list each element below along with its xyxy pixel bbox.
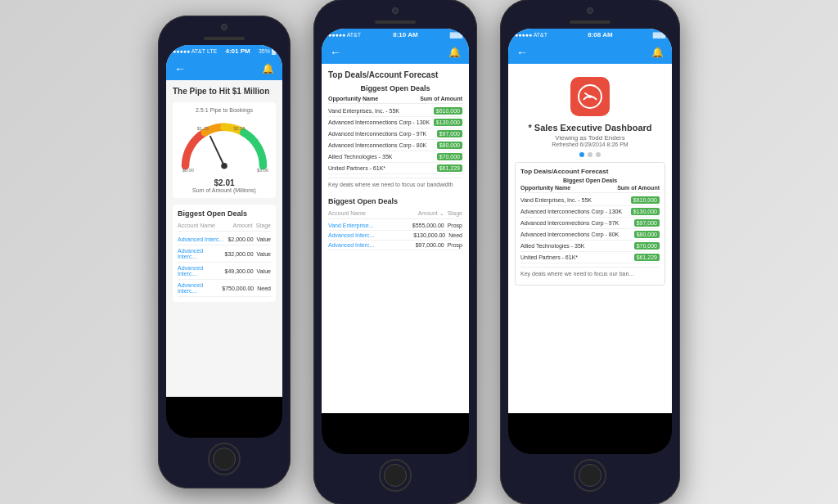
content-3: * Sales Executive Dashboard Viewing as T… <box>508 64 672 413</box>
table-row: Advanced Interc... $2,000.00 Value <box>178 234 271 245</box>
row-name[interactable]: Advanced Interc... <box>178 248 222 259</box>
svg-text:$0.00: $0.00 <box>182 168 194 173</box>
col-amount: Amount <box>233 223 253 228</box>
row-name[interactable]: Advanced Interc... <box>178 236 224 242</box>
gauge-label: Sum of Amount (Millions) <box>178 187 271 193</box>
deal-row: Advanced Interconnections Corp - 130K $1… <box>328 117 462 128</box>
bottom-row: Vand Enterprise... $555,000.00 Prosp <box>328 221 462 231</box>
svg-text:$2.55: $2.55 <box>233 126 245 131</box>
svg-point-8 <box>588 95 592 98</box>
dot-1[interactable] <box>588 152 592 157</box>
battery-2: ▓▓▓ <box>450 32 462 38</box>
col-account: Account Name <box>178 223 230 228</box>
bottom-title-2: Biggest Open Deals <box>328 197 462 205</box>
deal-row: Advanced Interconnections Corp - 80K $80… <box>328 140 462 151</box>
key-deals-note-3: Key deals where we need to focus our ban… <box>520 267 660 280</box>
col-stg: Stage <box>448 210 462 217</box>
bottom-section-2: Biggest Open Deals Account Name Amount ⌄… <box>328 197 462 250</box>
deal-row-3: Advanced Interconnections Corp - 80K $80… <box>520 229 660 241</box>
d3-amount: $80,000 <box>634 231 660 238</box>
table-row: Advanced Interc... $32,000.00 Value <box>178 245 271 263</box>
home-button-2[interactable] <box>379 459 412 492</box>
deals-title-1: Biggest Open Deals <box>178 209 271 218</box>
time-1: 4:01 PM <box>225 47 250 55</box>
col-acct: Account Name <box>328 210 415 217</box>
row-stage: Value <box>257 268 271 274</box>
nav-bar-3: ← 🔔 <box>508 41 672 64</box>
row-name[interactable]: Advanced Interc... <box>178 265 222 277</box>
row-amount: $2,000.00 <box>228 236 253 242</box>
b-name[interactable]: Vand Enterprise... <box>328 223 409 228</box>
deal-row-3: Allied Technologies - 35K $70,000 <box>520 241 660 252</box>
back-button-1[interactable]: ← <box>174 62 186 75</box>
deal-row-3: Advanced Interconnections Corp - 97K $97… <box>520 218 660 229</box>
col-sum-2: Sum of Amount <box>420 96 462 101</box>
dot-2[interactable] <box>596 152 601 157</box>
row-stage: Need <box>257 286 271 291</box>
phone-2: ●●●●● AT&T 8:10 AM ▓▓▓ ← 🔔 Top Deals/Acc… <box>313 0 477 504</box>
p3-card-title: Top Deals/Account Forecast <box>520 168 660 175</box>
deal-row: Advanced Interconnections Corp - 97K $97… <box>328 128 462 140</box>
svg-text:$3.00: $3.00 <box>257 168 268 173</box>
deal-amount: $610,000 <box>434 107 462 115</box>
nav-bar-2: ← 🔔 <box>322 41 469 64</box>
svg-line-0 <box>210 137 224 166</box>
time-3: 8:08 AM <box>588 31 612 38</box>
b-name[interactable]: Advanced Interc... <box>328 242 412 248</box>
viewing-as: Viewing as Todd Enders <box>515 134 665 142</box>
deal-amount: $61,229 <box>437 164 462 172</box>
carrier-2: ●●●●● AT&T <box>328 32 361 38</box>
table-row: Advanced Interc... $750,000.00 Need <box>178 280 271 297</box>
d3-name: Advanced Interconnections Corp - 130K <box>520 209 631 214</box>
table-row: Advanced Interc... $49,300.00 Value <box>178 263 271 280</box>
pipe-title: The Pipe to Hit $1 Million <box>173 87 276 96</box>
deal-name: United Partners - 61K* <box>328 165 437 171</box>
bottom-header-2: Account Name Amount ⌄ Stage <box>328 210 462 219</box>
deal-row: Allied Technologies - 35K $70,000 <box>328 151 462 163</box>
back-button-3[interactable]: ← <box>516 46 528 59</box>
deal-name: Advanced Interconnections Corp - 97K <box>328 131 437 137</box>
key-deals-note-2: Key deals where we need to focus our ban… <box>328 178 462 191</box>
d3-name: Advanced Interconnections Corp - 80K <box>520 232 634 237</box>
b-name[interactable]: Advanced Interc... <box>328 232 410 238</box>
b-stage: Prosp <box>448 242 462 248</box>
p3-big-title: Biggest Open Deals <box>520 178 660 183</box>
col-stage: Stage <box>256 223 271 228</box>
phone-3: ●●●●● AT&T 8:08 AM ▓▓▓ ← 🔔 <box>500 0 680 504</box>
battery-1: 35% ▓ <box>259 48 276 54</box>
status-bar-1: ●●●●● AT&T LTE 4:01 PM 35% ▓ <box>166 45 282 57</box>
deal-amount: $97,000 <box>437 130 462 137</box>
deal-amount: $70,000 <box>437 153 462 160</box>
row-name[interactable]: Advanced Interc... <box>178 282 219 294</box>
svg-point-1 <box>221 163 228 169</box>
deal-row-3: United Partners - 61K* $61,229 <box>520 252 660 263</box>
home-button-1[interactable] <box>208 443 241 475</box>
d3-amount: $61,229 <box>634 254 660 261</box>
back-button-2[interactable]: ← <box>330 46 341 59</box>
b-stage: Need <box>448 232 462 238</box>
dashboard-title: * Sales Executive Dashboard <box>515 123 665 133</box>
deals-section-1: Biggest Open Deals Account Name Amount S… <box>173 205 276 302</box>
home-button-3[interactable] <box>574 459 606 492</box>
b-amount: $555,000.00 <box>412 223 444 228</box>
deal-amount: $80,000 <box>437 142 462 149</box>
speaker-3 <box>570 20 610 24</box>
carrier-1: ●●●●● AT&T LTE <box>173 48 217 54</box>
bell-icon-3[interactable]: 🔔 <box>651 47 664 58</box>
bell-icon-2[interactable]: 🔔 <box>448 47 461 58</box>
content-2: Top Deals/Account Forecast Biggest Open … <box>322 64 469 413</box>
sort-icon[interactable]: ⌄ <box>439 210 444 216</box>
front-camera-2 <box>392 7 399 14</box>
scene: ●●●●● AT&T LTE 4:01 PM 35% ▓ ← 🔔 The Pip… <box>0 0 838 504</box>
front-camera <box>221 24 228 30</box>
dashboard-icon <box>570 77 610 116</box>
dot-active[interactable] <box>579 152 584 157</box>
gauge-svg: $0.00 $1.25 $2.55 $3.00 <box>178 118 271 175</box>
deal-row-3: Advanced Interconnections Corp - 130K $1… <box>520 206 660 218</box>
deal-amount: $130,000 <box>434 119 462 126</box>
d3-amount: $130,000 <box>631 208 660 215</box>
gauge-subtitle: 2.5:1 Pipe to Bookings <box>178 107 271 113</box>
bell-icon-1[interactable]: 🔔 <box>262 63 274 74</box>
bottom-row: Advanced Interc... $97,000.00 Prosp <box>328 241 462 250</box>
deal-row: United Partners - 61K* $61,229 <box>328 163 462 174</box>
